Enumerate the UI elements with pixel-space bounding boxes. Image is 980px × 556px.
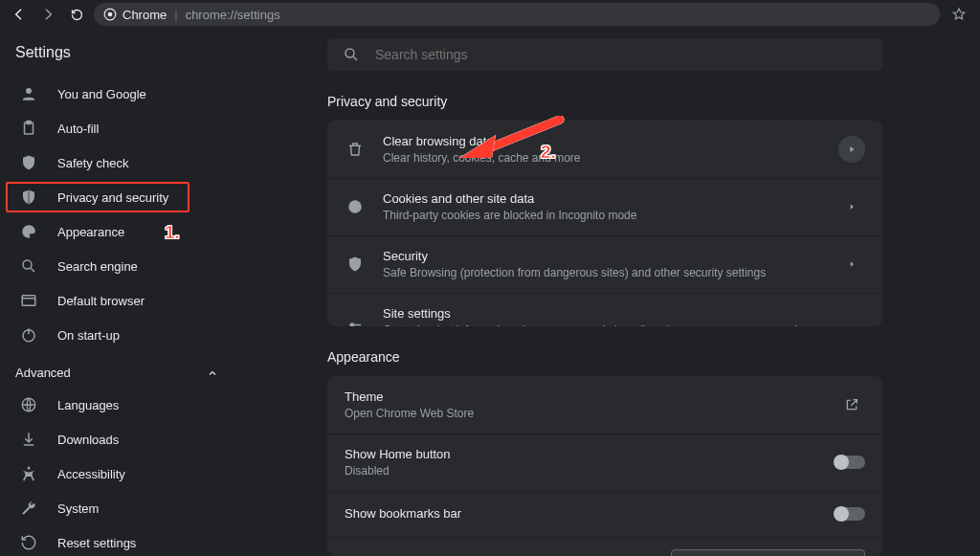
- sidebar: Settings You and Google Auto-fill Safety…: [0, 29, 249, 556]
- appearance-card: Theme Open Chrome Web Store Show Home bu…: [327, 376, 882, 556]
- sidebar-advanced-toggle[interactable]: Advanced: [0, 358, 249, 388]
- sidebar-item-label: Auto-fill: [57, 122, 99, 136]
- sidebar-item-languages[interactable]: Languages: [0, 388, 249, 422]
- wrench-icon: [19, 500, 38, 517]
- browser-icon: [19, 292, 38, 309]
- sidebar-item-label: System: [57, 501, 99, 516]
- row-sub: Safe Browsing (protection from dangerous…: [383, 265, 821, 280]
- sidebar-item-label: Default browser: [57, 294, 145, 308]
- row-home-button[interactable]: Show Home button Disabled: [327, 434, 882, 491]
- address-bar[interactable]: Chrome | chrome://settings: [94, 3, 940, 26]
- sidebar-item-system[interactable]: System: [0, 491, 249, 525]
- row-sub: Disabled: [345, 463, 817, 478]
- row-title: Show bookmarks bar: [345, 505, 817, 523]
- sidebar-item-safety-check[interactable]: Safety check: [0, 145, 249, 180]
- page-title: Settings: [0, 44, 249, 77]
- row-cookies[interactable]: Cookies and other site data Third-party …: [327, 178, 882, 235]
- chevron-right-icon: [838, 258, 865, 270]
- sidebar-item-search-engine[interactable]: Search engine: [0, 249, 249, 283]
- sidebar-item-downloads[interactable]: Downloads: [0, 422, 249, 456]
- row-font-size[interactable]: Font size Medium (Recommended): [327, 537, 882, 556]
- sidebar-item-you-and-google[interactable]: You and Google: [0, 77, 249, 111]
- svg-point-12: [351, 323, 354, 326]
- chevron-right-icon: [838, 136, 865, 163]
- restore-icon: [19, 534, 38, 551]
- reload-button[interactable]: [65, 3, 88, 26]
- svg-point-5: [23, 260, 32, 269]
- row-title: Theme: [345, 389, 821, 406]
- sidebar-item-label: Appearance: [57, 225, 124, 239]
- row-sub: Open Chrome Web Store: [345, 406, 821, 421]
- sidebar-item-label: On start-up: [57, 328, 120, 343]
- clipboard-icon: [19, 120, 38, 137]
- omnibox-browser-label: Chrome: [122, 8, 167, 22]
- sidebar-item-label: Safety check: [57, 156, 128, 170]
- sidebar-item-label: Privacy and security: [57, 190, 168, 205]
- main-content: Privacy and security Clear browsing data…: [249, 29, 980, 556]
- row-title: Site settings: [383, 305, 821, 322]
- sidebar-item-privacy-security[interactable]: Privacy and security: [0, 180, 249, 214]
- row-sub: Controls what information sites can use …: [383, 322, 821, 326]
- svg-point-1: [108, 12, 113, 17]
- globe-icon: [19, 396, 38, 413]
- sidebar-item-label: Search engine: [57, 259, 138, 274]
- chevron-right-icon: [838, 323, 865, 326]
- section-title-appearance: Appearance: [327, 349, 882, 365]
- privacy-card: Clear browsing data Clear history, cooki…: [327, 121, 882, 326]
- sidebar-item-accessibility[interactable]: Accessibility: [0, 456, 249, 491]
- row-title: Cookies and other site data: [383, 190, 821, 208]
- sidebar-item-label: Downloads: [57, 433, 119, 447]
- svg-point-10: [345, 49, 354, 57]
- chrome-icon: [103, 8, 117, 21]
- accessibility-icon: [19, 465, 38, 482]
- sidebar-item-on-startup[interactable]: On start-up: [0, 318, 249, 352]
- svg-point-11: [348, 201, 362, 214]
- sidebar-item-label: You and Google: [57, 87, 146, 101]
- settings-search-input[interactable]: [373, 46, 867, 63]
- sidebar-item-label: Languages: [57, 398, 119, 412]
- settings-search[interactable]: [327, 38, 882, 71]
- cookie-icon: [345, 198, 366, 215]
- search-icon: [343, 46, 360, 63]
- row-clear-browsing-data[interactable]: Clear browsing data Clear history, cooki…: [327, 121, 882, 178]
- row-security[interactable]: Security Safe Browsing (protection from …: [327, 235, 882, 293]
- row-sub: Clear history, cookies, cache and more: [383, 150, 821, 166]
- chevron-up-icon: [207, 367, 218, 379]
- svg-rect-6: [22, 296, 35, 306]
- shield-icon: [19, 189, 38, 206]
- person-icon: [19, 85, 38, 102]
- section-title-privacy: Privacy and security: [327, 94, 882, 109]
- back-button[interactable]: [8, 3, 31, 26]
- home-button-toggle[interactable]: [835, 456, 865, 469]
- omnibox-url: chrome://settings: [186, 8, 280, 22]
- sidebar-item-default-browser[interactable]: Default browser: [0, 283, 249, 318]
- palette-icon: [19, 223, 38, 240]
- sliders-icon: [345, 321, 366, 326]
- download-icon: [19, 431, 38, 448]
- row-bookmarks-bar[interactable]: Show bookmarks bar: [327, 491, 882, 537]
- row-title: Security: [383, 248, 821, 265]
- row-title: Clear browsing data: [383, 133, 821, 150]
- sidebar-item-autofill[interactable]: Auto-fill: [0, 111, 249, 145]
- svg-point-9: [28, 467, 31, 470]
- sidebar-item-label: Reset settings: [57, 536, 136, 550]
- row-site-settings[interactable]: Site settings Controls what information …: [327, 293, 882, 326]
- bookmarks-bar-toggle[interactable]: [835, 507, 865, 521]
- sidebar-item-label: Accessibility: [57, 467, 125, 481]
- browser-toolbar: Chrome | chrome://settings: [0, 0, 980, 29]
- font-size-select[interactable]: Medium (Recommended): [671, 549, 865, 556]
- row-theme[interactable]: Theme Open Chrome Web Store: [327, 376, 882, 434]
- external-link-icon: [838, 397, 865, 412]
- sidebar-item-reset[interactable]: Reset settings: [0, 525, 249, 556]
- forward-button[interactable]: [36, 3, 59, 26]
- bookmark-star-icon[interactable]: [946, 7, 972, 22]
- row-title: Show Home button: [345, 446, 817, 463]
- trash-icon: [345, 141, 366, 158]
- chevron-right-icon: [838, 201, 865, 212]
- svg-point-2: [26, 88, 32, 94]
- shield-check-icon: [19, 154, 38, 171]
- sidebar-item-appearance[interactable]: Appearance: [0, 214, 249, 249]
- shield-icon: [345, 256, 366, 273]
- row-sub: Third-party cookies are blocked in Incog…: [383, 208, 821, 223]
- search-icon: [19, 257, 38, 275]
